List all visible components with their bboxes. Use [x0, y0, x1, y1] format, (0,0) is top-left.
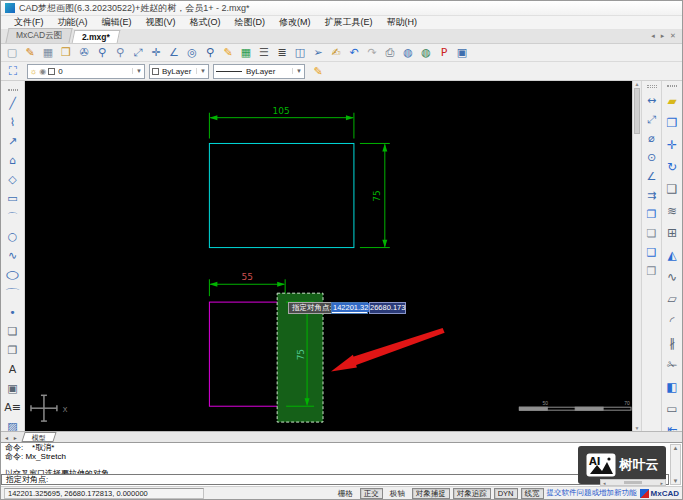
magenta-rectangle[interactable]	[209, 302, 285, 406]
print-icon[interactable]: ⎙	[381, 45, 399, 61]
rectangle-icon[interactable]: ▭	[3, 189, 23, 208]
statusbar-toggle-dyn[interactable]: DYN	[494, 488, 518, 499]
dynamic-input-y[interactable]: 26680.173	[369, 302, 406, 314]
tab-document-2mxg[interactable]: 2.mxg*	[72, 30, 121, 43]
statusbar-toggle-polar[interactable]: 极轴	[386, 488, 409, 499]
dim-diameter-icon[interactable]: ⌀	[643, 129, 661, 148]
zoom-window-icon[interactable]: ⚲	[111, 45, 129, 61]
color-dropdown-arrow[interactable]: ▼	[196, 68, 206, 74]
menu-help[interactable]: 帮助(H)	[380, 16, 425, 29]
draw-pencil-icon[interactable]: ✎	[219, 45, 237, 61]
menu-express-tools[interactable]: 扩展工具(E)	[318, 16, 380, 29]
statusbar-toggle-osnap[interactable]: 对象捕捉	[412, 488, 450, 499]
text-lines-icon[interactable]: ☰	[255, 45, 273, 61]
dim-linear-icon[interactable]: ↔	[643, 91, 661, 110]
ellipse-arc-icon[interactable]: ⌒	[3, 284, 23, 303]
mirror-icon[interactable]: ◭	[663, 244, 682, 266]
tab-mxcad-cloud[interactable]: MxCAD云图	[5, 28, 72, 43]
linetype-select[interactable]: ByLayer ▼	[213, 64, 305, 79]
scrollbar-thumb[interactable]	[634, 88, 640, 134]
attribute-icon[interactable]: A≡	[3, 398, 23, 417]
dim-radius-icon[interactable]: ⊙	[643, 148, 661, 167]
cmd-scroll-right-icon[interactable]: ▸	[660, 480, 663, 486]
explode-icon[interactable]: ◧	[663, 376, 682, 398]
command-input[interactable]: 指定对角点:	[1, 474, 669, 485]
open-edit-icon[interactable]: ✎	[21, 45, 39, 61]
array-icon[interactable]: ⊞	[663, 222, 682, 244]
tab-model[interactable]: 模型	[21, 432, 56, 442]
ray-icon[interactable]: ↗	[3, 132, 23, 151]
point-icon[interactable]: •	[3, 303, 23, 322]
offset-icon[interactable]: ≋	[663, 200, 682, 222]
statusbar-toggle-lineweight[interactable]: 线宽	[521, 488, 544, 499]
command-vertical-scrollbar[interactable]: ▲ ▼	[670, 444, 681, 485]
arc-icon[interactable]: ⌒	[3, 208, 23, 227]
zoom-previous-icon[interactable]: ⚲	[201, 45, 219, 61]
circle-icon[interactable]: ○	[3, 227, 23, 246]
menu-modify[interactable]: 修改(M)	[272, 16, 318, 29]
cmd-scroll-up-icon[interactable]: ▲	[671, 445, 680, 451]
layers-icon[interactable]: ⛶	[3, 64, 23, 78]
statusbar-toggle-otrack[interactable]: 对象追踪	[453, 488, 491, 499]
scroll-up-icon[interactable]: ▲	[633, 81, 641, 87]
web-publish-icon[interactable]: ◍	[417, 45, 435, 61]
select-copy-icon[interactable]: ➢	[309, 45, 327, 61]
match-properties-icon[interactable]: ❒	[643, 262, 661, 281]
image-icon[interactable]: ▣	[3, 379, 23, 398]
statusbar-toggle-ortho[interactable]: 正交	[360, 488, 383, 499]
open-folder-icon[interactable]: ❒	[57, 45, 75, 61]
color-select[interactable]: ByLayer ▼	[149, 64, 209, 79]
canvas-vertical-scrollbar[interactable]: ▲ ▼	[632, 81, 641, 431]
color-table-icon[interactable]: ▦	[237, 45, 255, 61]
block-create-icon[interactable]: ❐	[3, 341, 23, 360]
undo-icon[interactable]: ↶	[345, 45, 363, 61]
save-as-icon[interactable]: ✇	[75, 45, 93, 61]
polygon-irregular-icon[interactable]: ◇	[3, 170, 23, 189]
layer-dropdown-arrow[interactable]: ▼	[132, 68, 142, 74]
rotate-icon[interactable]: ↻	[663, 156, 682, 178]
menu-edit[interactable]: 编辑(E)	[95, 16, 139, 29]
scale-icon[interactable]: ❑	[663, 178, 682, 200]
block-insert-icon[interactable]: ❏	[3, 322, 23, 341]
copy-icon[interactable]: ❐	[663, 112, 682, 134]
tab-nav-buttons[interactable]: ◂ ▸ ✕	[651, 32, 678, 40]
toolbar-grip[interactable]	[8, 89, 18, 91]
zoom-extents-icon[interactable]: ⤢	[129, 45, 147, 61]
polygon-icon[interactable]: ⌂	[3, 151, 23, 170]
database-icon[interactable]: ≣	[273, 45, 291, 61]
line-icon[interactable]: ╱	[3, 94, 23, 113]
trim-icon[interactable]: ✁	[663, 354, 682, 376]
zoom-center-icon[interactable]: ◎	[183, 45, 201, 61]
toolbar-grip[interactable]	[647, 85, 657, 88]
paste-clip-icon[interactable]: ❏	[643, 224, 661, 243]
statusbar-toggle-grid[interactable]: 栅格	[334, 488, 357, 499]
dim-continue-icon[interactable]: ⇉	[643, 186, 661, 205]
copy-clip-icon[interactable]: ❐	[643, 205, 661, 224]
ellipse-icon[interactable]: ○	[3, 265, 23, 284]
linetype-dropdown-arrow[interactable]: ▼	[292, 68, 302, 74]
move-icon[interactable]: ✛	[663, 134, 682, 156]
redo-icon[interactable]: ↷	[363, 45, 381, 61]
cmd-scroll-down-icon[interactable]: ▼	[671, 478, 680, 484]
rectangle-dashed-icon[interactable]: ▭	[663, 398, 682, 420]
cmd-scroll-left-icon[interactable]: ◂	[603, 480, 606, 486]
dim-aligned-icon[interactable]: ⤢	[643, 110, 661, 129]
menu-format[interactable]: 格式(O)	[183, 16, 228, 29]
polyline-icon[interactable]: ⌇	[3, 113, 23, 132]
layer-select[interactable]: ☼ ◉ 0 ▼	[27, 64, 145, 79]
new-file-icon[interactable]: ▢	[3, 45, 21, 61]
dynamic-input-x[interactable]: 142201.326	[331, 302, 368, 314]
toolbar-grip[interactable]	[667, 85, 677, 87]
fillet-icon[interactable]: ◜	[663, 310, 682, 332]
insert-image-icon[interactable]: ▣	[453, 45, 471, 61]
pdf-export-icon[interactable]: P	[435, 45, 453, 61]
save-icon[interactable]: ▦	[39, 45, 57, 61]
dim-angular-icon[interactable]: ∠	[643, 167, 661, 186]
zoom-realtime-icon[interactable]: ⚲	[93, 45, 111, 61]
draworder-pencil-icon[interactable]: ✎	[309, 65, 327, 78]
spline-icon[interactable]: ∿	[3, 246, 23, 265]
cmd-hscroll-thumb[interactable]	[624, 481, 642, 484]
break-icon[interactable]: ∦	[663, 332, 682, 354]
menu-draw[interactable]: 绘图(D)	[228, 16, 273, 29]
feedback-link[interactable]: 提交软件问题或增加新功能	[547, 488, 637, 498]
